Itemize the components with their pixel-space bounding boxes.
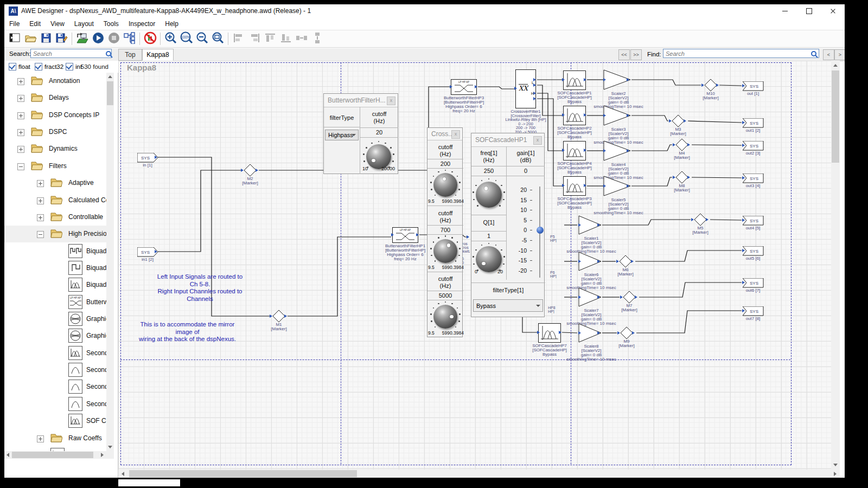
stop-button[interactable] [106,31,122,46]
crossover-dialog-close-icon[interactable]: x [451,130,460,139]
block-sys-out-2[interactable]: SYS [743,118,763,127]
block-marker-m4[interactable] [676,139,688,151]
search-icon[interactable] [105,50,113,58]
expand-icon[interactable] [17,112,24,119]
collapse-icon[interactable] [17,163,24,170]
sidebar-item-dspc[interactable]: DSPC [4,124,106,140]
sidebar-item-dynamics[interactable]: Dynamics [4,140,106,157]
block-sof-hp3[interactable] [563,176,586,196]
block-marker-m10[interactable] [705,79,717,91]
align-right-button[interactable] [246,31,262,46]
block-sys-out-3[interactable]: SYS [743,141,763,150]
sofcascade-dialog[interactable]: SOFCascadeHP1 x freq[1] (Hz) gain[1] (dB… [471,133,545,317]
zoom-fit-button[interactable] [210,31,226,46]
sidebar-item-biquad-sparse[interactable]: Biquad Sparse [4,447,106,451]
sidebar-item-second[interactable]: Second [4,378,106,395]
block-butterworth-hp1[interactable]: LP HP AP [392,227,418,243]
tree-vertical-scrollbar[interactable] [106,73,114,451]
save-file-as-button[interactable] [54,31,69,46]
block-marker-m6[interactable] [620,255,631,267]
sidebar-item-graphic[interactable]: Graphic [4,311,106,328]
block-sys-out-1[interactable]: SYS [743,81,763,91]
menu-file[interactable]: File [4,18,24,29]
play-button[interactable] [90,31,106,46]
menu-inspector[interactable]: Inspector [124,18,160,29]
butterworth-dialog-titlebar[interactable]: ButterworthFilterH... x [324,94,398,107]
distribute-horizontal-button[interactable] [293,31,309,46]
menu-edit[interactable]: Edit [24,18,46,29]
filtertype1-dropdown[interactable]: Bypass [473,299,543,312]
block-sof-hp2[interactable] [563,106,586,125]
block-sof-hp7[interactable] [538,323,561,343]
sofcascade-dialog-titlebar[interactable]: SOFCascadeHP1 x [471,133,544,147]
block-sys-out-8[interactable]: SYS [743,306,763,316]
checkbox-int[interactable]: int [66,63,82,70]
sidebar-item-biquad-s[interactable]: Biquad S [4,277,106,293]
checkbox-float[interactable]: float [9,63,30,70]
zoom-100-button[interactable]: 100% [178,31,194,46]
q-knob[interactable] [476,246,502,272]
sidebar-item-second[interactable]: Second [4,362,106,378]
block-marker-m8[interactable] [676,171,688,183]
canvas-vertical-scrollbar[interactable] [831,61,840,470]
sidebar-item-adaptive[interactable]: Adaptive [4,175,106,191]
find-next-button[interactable]: >> [630,49,642,60]
schematic-canvas[interactable]: Kappa8 ButterworthFilterH... x filterTyp… [118,61,831,470]
new-canvas-button[interactable] [7,31,22,46]
menu-layout[interactable]: Layout [69,18,99,29]
tab-kappa8[interactable]: Kappa8 [142,49,174,61]
crossover-dialog[interactable]: Cross... x cutoff (Hz)2009.55990.3984cut… [427,127,463,337]
block-marker-m2[interactable] [244,164,256,176]
sidebar-item-controllable[interactable]: Controllable [4,209,106,226]
sidebar-item-biquad-s[interactable]: Biquad S [4,260,106,277]
scroll-right-button[interactable]: > [834,49,845,60]
canvas-horizontal-scrollbar[interactable] [118,470,840,478]
block-marker-m3[interactable] [672,115,684,127]
find-search-icon[interactable] [810,50,818,58]
cutoff-knob[interactable] [433,239,457,263]
block-sys-out-5[interactable]: SYS [743,216,763,225]
expand-icon[interactable] [37,214,44,221]
close-button[interactable] [821,4,845,17]
distribute-vertical-button[interactable] [309,31,325,46]
sidebar-item-delays[interactable]: Delays [4,89,106,106]
menu-view[interactable]: View [46,18,69,29]
expand-icon[interactable] [37,435,44,442]
block-sof-hp1[interactable] [563,70,586,90]
expand-icon[interactable] [17,95,24,102]
sidebar-item-sof-cas[interactable]: SOF Cas [4,413,106,429]
gain-slider-handle[interactable] [537,227,544,234]
block-butterworth-hp3[interactable]: LP HP AP [451,79,477,95]
find-prev-button[interactable]: << [618,49,630,60]
expand-icon[interactable] [17,129,24,136]
butterworth-dialog-close-icon[interactable]: x [387,97,395,105]
cutoff-knob[interactable] [433,305,457,329]
profiling-disabled-button[interactable] [142,31,158,46]
connect-target-button[interactable] [74,31,90,46]
sidebar-item-butterw[interactable]: LP HP APButterw [4,294,106,311]
sidebar-item-raw-coeffs[interactable]: Raw Coeffs [4,430,106,447]
block-marker-m9[interactable] [621,327,633,339]
menu-help[interactable]: Help [160,18,183,29]
freq-knob[interactable] [476,182,502,208]
module-search-input[interactable] [30,49,112,58]
minimize-button[interactable] [773,4,797,17]
sidebar-item-annotation[interactable]: Annotation [4,73,106,89]
block-sof-hp4[interactable] [563,141,586,160]
find-input[interactable] [663,49,819,58]
block-crossover-filter1[interactable]: XXLH [515,69,536,108]
block-sys-out-6[interactable]: SYS [743,246,763,255]
block-sys-out-4[interactable]: SYS [743,174,763,183]
gain-slider[interactable]: 20151050-5-10-15-20 [506,182,545,282]
align-top-button[interactable] [262,31,278,46]
expand-icon[interactable] [17,78,24,85]
save-file-button[interactable] [38,31,54,46]
sidebar-item-filters[interactable]: Filters [4,158,106,175]
crossover-dialog-titlebar[interactable]: Cross... x [427,128,462,140]
tab-top[interactable]: Top [118,49,142,61]
align-bottom-button[interactable] [278,31,293,46]
expand-icon[interactable] [37,197,44,204]
sidebar-item-calculated-coe[interactable]: Calculated Coe [4,192,106,209]
sidebar-item-second[interactable]: Second [4,396,106,413]
block-marker-m7[interactable] [623,291,635,303]
